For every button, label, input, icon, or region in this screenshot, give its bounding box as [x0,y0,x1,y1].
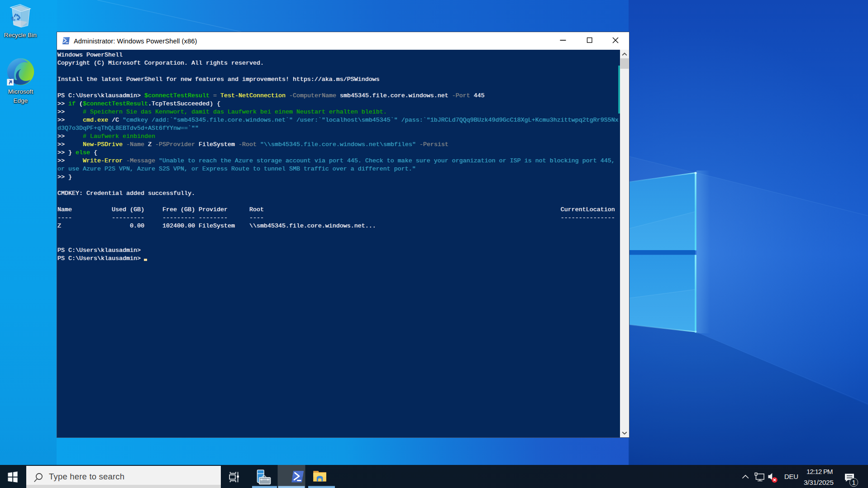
svg-text:12:12 PM: 12:12 PM [806,468,833,475]
svg-text:1: 1 [852,479,855,486]
svg-text:DEU: DEU [784,473,798,480]
svg-text:3/31/2025: 3/31/2025 [804,479,834,486]
